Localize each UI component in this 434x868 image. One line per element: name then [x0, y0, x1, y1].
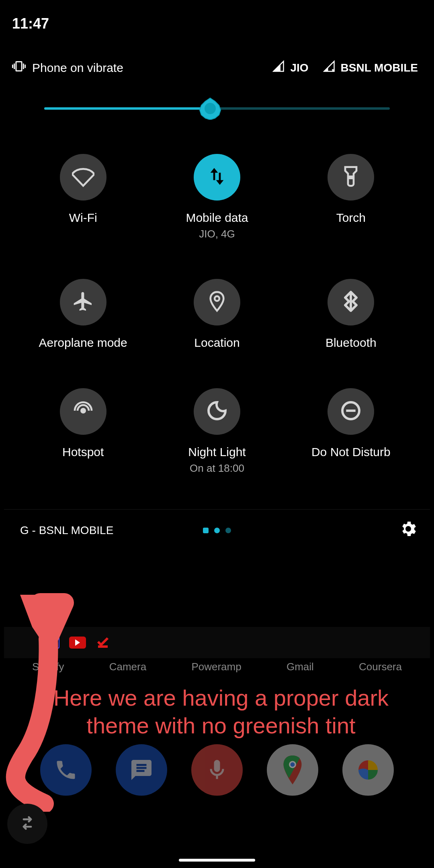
- dock-label-4: Gmail: [287, 661, 314, 673]
- carrier-2-label: BSNL MOBILE: [341, 61, 418, 74]
- notification-strip[interactable]: m: [4, 627, 430, 658]
- tile-night-light-sub: On at 18:00: [190, 462, 244, 475]
- svg-point-1: [205, 103, 216, 114]
- carrier-2[interactable]: BSNL MOBILE: [323, 60, 418, 75]
- bluetooth-icon: [340, 290, 362, 314]
- dock-label-1: Spotify: [32, 661, 64, 673]
- vibrate-icon: [12, 59, 26, 76]
- wifi-icon: [72, 165, 94, 189]
- dock-app-messages[interactable]: [116, 744, 167, 796]
- dock-label-2: Camera: [109, 661, 146, 673]
- tile-mobile-data-sub: JIO, 4G: [199, 228, 235, 240]
- tile-bluetooth-label: Bluetooth: [326, 336, 377, 350]
- status-time: 11:47: [12, 15, 49, 32]
- svg-point-6: [291, 762, 295, 767]
- dock-app-mic[interactable]: [191, 744, 243, 796]
- dock-app-photos[interactable]: [342, 744, 394, 796]
- tile-torch[interactable]: Torch: [284, 154, 418, 240]
- gesture-nav-bar[interactable]: [179, 859, 255, 862]
- moon-icon: [206, 399, 228, 424]
- annotation-caption: Here we are having a proper dark theme w…: [20, 684, 422, 740]
- phone-status-label: Phone on vibrate: [32, 61, 123, 75]
- tile-night-light-label: Night Light: [188, 445, 246, 459]
- app-icon-m: m: [44, 637, 59, 649]
- brightness-thumb[interactable]: [199, 97, 221, 120]
- page-dot-1: [203, 528, 209, 533]
- hotspot-icon: [72, 399, 94, 424]
- tile-location-label: Location: [194, 336, 240, 350]
- tile-aeroplane[interactable]: Aeroplane mode: [16, 279, 150, 350]
- tile-bluetooth[interactable]: Bluetooth: [284, 279, 418, 350]
- brightness-fill: [44, 107, 210, 110]
- tile-hotspot-label: Hotspot: [62, 445, 104, 459]
- tile-aeroplane-label: Aeroplane mode: [39, 336, 127, 350]
- dock-label-3: Poweramp: [191, 661, 241, 673]
- carrier-1-label: JIO: [290, 61, 308, 74]
- tile-wifi-label: Wi-Fi: [69, 211, 97, 225]
- tile-dnd[interactable]: Do Not Disturb: [284, 388, 418, 475]
- torch-icon: [340, 165, 362, 189]
- tile-hotspot[interactable]: Hotspot: [16, 388, 150, 475]
- check-icon: [96, 635, 110, 651]
- dock-labels-row: Spotify Camera Poweramp Gmail Coursera: [0, 661, 434, 673]
- quick-settings-panel: Phone on vibrate JIO BSNL MOBILE Wi-Fi: [4, 52, 430, 551]
- tile-location[interactable]: Location: [150, 279, 284, 350]
- data-arrows-icon: [206, 165, 228, 189]
- brightness-track: [44, 107, 390, 110]
- dock-app-phone[interactable]: [40, 744, 92, 796]
- signal-icon: [272, 60, 285, 75]
- page-dot-2: [214, 528, 220, 533]
- retweet-button[interactable]: [7, 804, 47, 844]
- tile-night-light[interactable]: Night Light On at 18:00: [150, 388, 284, 475]
- airplane-icon: [72, 290, 94, 314]
- dock-label-5: Coursera: [359, 661, 402, 673]
- tile-wifi[interactable]: Wi-Fi: [16, 154, 150, 240]
- location-icon: [206, 290, 228, 314]
- tile-mobile-data-label: Mobile data: [186, 211, 248, 225]
- tile-dnd-label: Do Not Disturb: [311, 445, 391, 459]
- youtube-icon: [69, 637, 86, 649]
- phone-vibrate-status[interactable]: Phone on vibrate: [12, 59, 123, 76]
- dock-app-maps[interactable]: [267, 744, 318, 796]
- page-indicator[interactable]: [203, 528, 231, 533]
- svg-point-2: [80, 408, 86, 414]
- dnd-icon: [340, 399, 362, 424]
- retweet-icon: [18, 814, 36, 833]
- gear-icon: [399, 528, 418, 541]
- carrier-1[interactable]: JIO: [272, 60, 308, 75]
- dock-row: [0, 744, 434, 796]
- quick-tiles-grid: Wi-Fi Mobile data JIO, 4G Torch Aeroplan…: [4, 130, 430, 509]
- tile-torch-label: Torch: [336, 211, 366, 225]
- panel-header-row: Phone on vibrate JIO BSNL MOBILE: [4, 52, 430, 83]
- panel-footer: G - BSNL MOBILE: [4, 509, 430, 551]
- page-dot-3: [225, 528, 231, 533]
- brightness-slider[interactable]: [4, 83, 430, 130]
- tile-mobile-data[interactable]: Mobile data JIO, 4G: [150, 154, 284, 240]
- signal-no-data-icon: [323, 60, 335, 75]
- settings-button[interactable]: [399, 519, 418, 541]
